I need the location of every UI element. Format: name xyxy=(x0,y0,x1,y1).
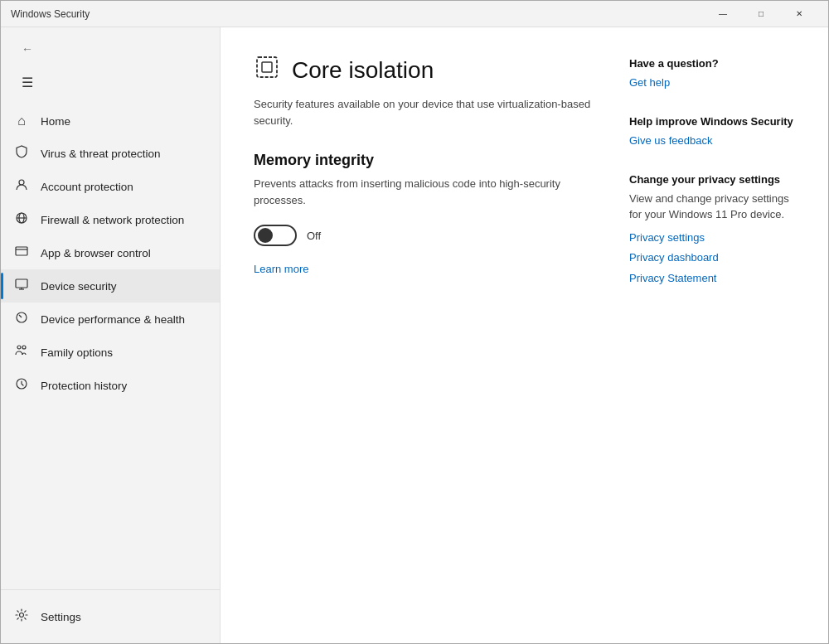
improve-title: Help improve Windows Security xyxy=(629,115,795,128)
privacy-section: Change your privacy settings View and ch… xyxy=(629,173,795,288)
shield-icon xyxy=(14,145,29,162)
privacy-settings-link[interactable]: Privacy settings xyxy=(629,230,795,247)
svg-rect-13 xyxy=(257,57,277,77)
privacy-dashboard-link[interactable]: Privacy dashboard xyxy=(629,249,795,267)
device-security-icon xyxy=(14,278,29,294)
svg-rect-6 xyxy=(16,279,27,288)
device-performance-icon xyxy=(14,311,29,327)
memory-integrity-desc: Prevents attacks from inserting maliciou… xyxy=(254,176,596,208)
sidebar-item-family[interactable]: Family options xyxy=(1,336,220,369)
sidebar-item-label: Settings xyxy=(41,611,81,623)
have-a-question-title: Have a question? xyxy=(629,57,795,70)
svg-rect-4 xyxy=(16,247,27,255)
sidebar-item-firewall[interactable]: Firewall & network protection xyxy=(1,203,220,236)
sidebar-item-account[interactable]: Account protection xyxy=(1,170,220,203)
memory-integrity-title: Memory integrity xyxy=(254,152,596,169)
sidebar-nav: ⌂ Home Virus & threat protection xyxy=(1,99,220,589)
toggle-label: Off xyxy=(307,230,321,242)
sidebar-bottom: Settings xyxy=(1,589,220,643)
back-icon: ← xyxy=(22,42,33,56)
page-title: Core isolation xyxy=(292,57,434,84)
sidebar-item-label: Device security xyxy=(41,280,117,293)
give-feedback-link[interactable]: Give us feedback xyxy=(629,133,795,150)
learn-more-link[interactable]: Learn more xyxy=(254,263,308,275)
main-content: Core isolation Security features availab… xyxy=(221,27,828,643)
privacy-desc: View and change privacy settings for you… xyxy=(629,191,795,223)
menu-button[interactable]: ☰ xyxy=(14,69,41,95)
menu-icon: ☰ xyxy=(22,75,33,90)
sidebar-item-device-security[interactable]: Device security xyxy=(1,269,220,303)
core-isolation-icon xyxy=(254,54,280,86)
app-body: ← ☰ ⌂ Home Virus & threat xyxy=(1,27,828,643)
content-right: Have a question? Get help Help improve W… xyxy=(629,54,795,617)
back-button[interactable]: ← xyxy=(14,36,41,62)
svg-point-0 xyxy=(19,180,24,185)
maximize-button[interactable]: □ xyxy=(742,1,780,27)
improve-section: Help improve Windows Security Give us fe… xyxy=(629,115,795,150)
toggle-row: Off xyxy=(254,225,596,246)
sidebar-item-label: Protection history xyxy=(41,380,127,392)
sidebar-item-label: Home xyxy=(41,115,70,128)
sidebar-item-label: Account protection xyxy=(41,181,133,193)
sidebar-item-protection-history[interactable]: Protection history xyxy=(1,369,220,402)
settings-icon xyxy=(14,608,29,625)
svg-point-12 xyxy=(20,613,24,617)
sidebar-item-label: App & browser control xyxy=(41,247,151,259)
page-subtitle: Security features available on your devi… xyxy=(254,96,596,128)
window-title: Windows Security xyxy=(11,8,704,20)
page-header: Core isolation xyxy=(254,54,596,86)
privacy-title: Change your privacy settings xyxy=(629,173,795,186)
privacy-statement-link[interactable]: Privacy Statement xyxy=(629,270,795,288)
protection-history-icon xyxy=(14,377,29,394)
svg-rect-14 xyxy=(262,62,272,72)
have-a-question-section: Have a question? Get help xyxy=(629,57,795,92)
sidebar-item-home[interactable]: ⌂ Home xyxy=(1,105,220,137)
window-controls: — □ ✕ xyxy=(704,1,818,27)
sidebar-item-label: Firewall & network protection xyxy=(41,214,184,226)
family-icon xyxy=(14,344,29,361)
sidebar: ← ☰ ⌂ Home Virus & threat xyxy=(1,27,221,643)
get-help-link[interactable]: Get help xyxy=(629,75,795,92)
sidebar-item-device-performance[interactable]: Device performance & health xyxy=(1,303,220,336)
memory-integrity-toggle[interactable] xyxy=(254,225,297,246)
app-browser-icon xyxy=(14,245,29,261)
minimize-button[interactable]: — xyxy=(704,1,742,27)
close-button[interactable]: ✕ xyxy=(780,1,818,27)
sidebar-item-label: Family options xyxy=(41,346,113,359)
toggle-thumb xyxy=(258,228,273,243)
sidebar-top: ← ☰ xyxy=(1,27,220,99)
svg-point-10 xyxy=(22,346,26,349)
account-icon xyxy=(14,178,29,195)
svg-point-9 xyxy=(17,346,21,349)
sidebar-item-label: Device performance & health xyxy=(41,313,185,326)
title-bar: Windows Security — □ ✕ xyxy=(1,1,828,27)
app-window: Windows Security — □ ✕ ← ☰ ⌂ Home xyxy=(0,0,829,644)
sidebar-item-virus[interactable]: Virus & threat protection xyxy=(1,137,220,170)
firewall-icon xyxy=(14,211,29,228)
sidebar-item-settings[interactable]: Settings xyxy=(1,600,220,633)
home-icon: ⌂ xyxy=(14,114,29,128)
content-left: Core isolation Security features availab… xyxy=(254,54,596,617)
sidebar-item-app-browser[interactable]: App & browser control xyxy=(1,236,220,269)
sidebar-item-label: Virus & threat protection xyxy=(41,148,161,160)
